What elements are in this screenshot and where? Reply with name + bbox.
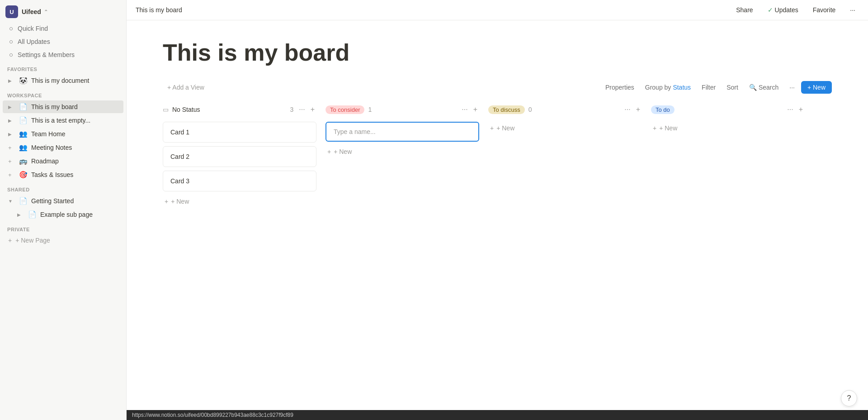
column-title: No Status [172, 106, 287, 113]
favorite-label: Favorite [813, 6, 836, 14]
properties-button[interactable]: Properties [601, 81, 639, 94]
add-card-button[interactable]: + + New [651, 122, 805, 134]
chevron-icon: ▶ [8, 118, 15, 123]
add-card-button[interactable]: + + New [326, 145, 479, 158]
column-header-actions: ··· + [460, 105, 479, 115]
sidebar-item-all-updates[interactable]: ○ All Updates [3, 35, 123, 48]
help-button[interactable]: ? [841, 390, 857, 406]
item-icon: 🐼 [19, 76, 28, 85]
more-toolbar-button[interactable]: ··· [785, 81, 799, 94]
sidebar-item-label: This is my board [31, 103, 118, 110]
column-add-button[interactable]: + [472, 105, 479, 115]
updates-button[interactable]: ✓ Updates [764, 5, 802, 15]
section-label-shared: SHARED [0, 181, 126, 194]
group-by-label: Group by [645, 84, 671, 91]
updates-label: Updates [775, 6, 798, 14]
properties-label: Properties [605, 84, 634, 91]
board-card[interactable]: Card 1 [163, 122, 316, 143]
sidebar-item-label: Meeting Notes [31, 144, 118, 151]
column-to-do: To do ··· + + + New [651, 103, 805, 134]
sidebar-item-ws-board[interactable]: ▶ 📄 This is my board [3, 100, 123, 113]
column-more-button[interactable]: ··· [460, 105, 469, 115]
card-title: Card 1 [170, 129, 189, 136]
more-icon: ··· [789, 84, 795, 91]
workspace-chevron: ⌃ [44, 9, 48, 15]
add-view-button[interactable]: + Add a View [163, 81, 209, 94]
filter-button[interactable]: Filter [697, 81, 720, 94]
add-card-label: + New [171, 198, 189, 205]
column-more-button[interactable]: ··· [297, 105, 307, 115]
board-area: ▭ No Status 3 ··· + Card 1 Card 2 Card 3 [163, 103, 832, 208]
sidebar-item-label: This is my document [31, 77, 118, 84]
page-title: This is my board [163, 38, 832, 67]
item-icon: 🎯 [19, 171, 28, 179]
column-to-discuss: To discuss 0 ··· + + + New [488, 103, 642, 134]
sidebar-item-getting-started[interactable]: ▼ 📄 Getting Started [3, 195, 123, 207]
column-add-button[interactable]: + [634, 105, 642, 115]
favorite-button[interactable]: Favorite [809, 5, 840, 15]
board-card[interactable]: Card 3 [163, 171, 316, 191]
sort-button[interactable]: Sort [722, 81, 743, 94]
card-input-area[interactable]: Type a name... [326, 122, 479, 142]
plus-icon: + [327, 148, 331, 155]
search-button[interactable]: 🔍 Search [745, 81, 783, 94]
sidebar-item-ws-tasks[interactable]: + 🎯 Tasks & Issues [3, 168, 123, 181]
status-bar: https://www.notion.so/uifeed/00bd899227b… [127, 410, 868, 420]
item-icon: 📄 [19, 116, 28, 124]
section-label-private: PRIVATE [0, 221, 126, 234]
sidebar-item-fav-doc[interactable]: ▶ 🐼 This is my document [3, 74, 123, 87]
plus-icon: + [165, 198, 168, 205]
status-badge-discuss: To discuss [488, 105, 525, 114]
sidebar-item-ws-roadmap[interactable]: + 🚌 Roadmap [3, 155, 123, 167]
workspace-header[interactable]: U Uifeed ⌃ [0, 0, 126, 22]
column-more-button[interactable]: ··· [623, 105, 632, 115]
column-header-to-do: To do ··· + [651, 103, 805, 116]
toolbar-right: Properties Group by Status Filter Sort 🔍… [601, 81, 832, 94]
sidebar-item-ws-empty[interactable]: ▶ 📄 This is a test empty... [3, 114, 123, 127]
chevron-down-icon: ▼ [8, 199, 15, 204]
no-status-icon: ▭ [163, 106, 169, 113]
filter-label: Filter [702, 84, 716, 91]
sidebar-item-ws-meeting[interactable]: + 👥 Meeting Notes [3, 141, 123, 154]
status-badge-consider: To consider [326, 105, 364, 114]
column-count: 0 [528, 106, 532, 113]
column-add-button[interactable]: + [309, 105, 316, 115]
column-more-button[interactable]: ··· [785, 105, 795, 115]
section-label-workspace: WORKSPACE [0, 87, 126, 100]
column-to-consider: To consider 1 ··· + Type a name... + + N… [326, 103, 479, 158]
add-card-label: + New [659, 124, 677, 132]
board-toolbar: + Add a View Properties Group by Status … [163, 81, 832, 94]
board-card[interactable]: Card 2 [163, 146, 316, 167]
share-button[interactable]: Share [732, 5, 756, 15]
column-header-actions: ··· + [623, 105, 642, 115]
sidebar-item-label: Team Home [31, 130, 118, 138]
card-title: Card 2 [170, 153, 189, 160]
add-card-button[interactable]: + + New [488, 122, 642, 134]
plus-icon: + [8, 172, 15, 178]
plus-icon: + [653, 124, 656, 132]
sidebar-item-quick-find[interactable]: ○ Quick Find [3, 22, 123, 34]
card-title: Card 3 [170, 177, 189, 185]
help-icon: ? [847, 394, 851, 402]
new-page-button[interactable]: + + New Page [3, 234, 123, 246]
main-area: This is my board Share ✓ Updates Favorit… [127, 0, 868, 420]
sidebar-item-ws-home[interactable]: ▶ 👥 Team Home [3, 128, 123, 140]
sidebar-item-label: Getting Started [31, 197, 118, 205]
column-count: 3 [290, 106, 294, 113]
group-by-button[interactable]: Group by Status [641, 81, 695, 94]
chevron-icon: ▶ [8, 132, 15, 137]
more-options-button[interactable]: ··· [846, 5, 859, 15]
add-card-button[interactable]: + + New [163, 195, 316, 208]
new-item-button[interactable]: + New [801, 81, 832, 94]
column-header-no-status: ▭ No Status 3 ··· + [163, 103, 316, 116]
chevron-icon: ▶ [8, 78, 15, 83]
plus-icon: + [8, 237, 12, 244]
sidebar-item-example-sub[interactable]: ▶ 📄 Example sub page [3, 208, 123, 221]
sidebar-item-settings[interactable]: ○ Settings & Members [3, 48, 123, 61]
sidebar-item-label: Example sub page [40, 211, 118, 218]
header-title: This is my board [136, 6, 182, 14]
item-icon: 📄 [19, 103, 28, 111]
item-icon: 📄 [19, 197, 28, 205]
column-add-button[interactable]: + [797, 105, 805, 115]
item-icon: 📄 [28, 210, 37, 219]
